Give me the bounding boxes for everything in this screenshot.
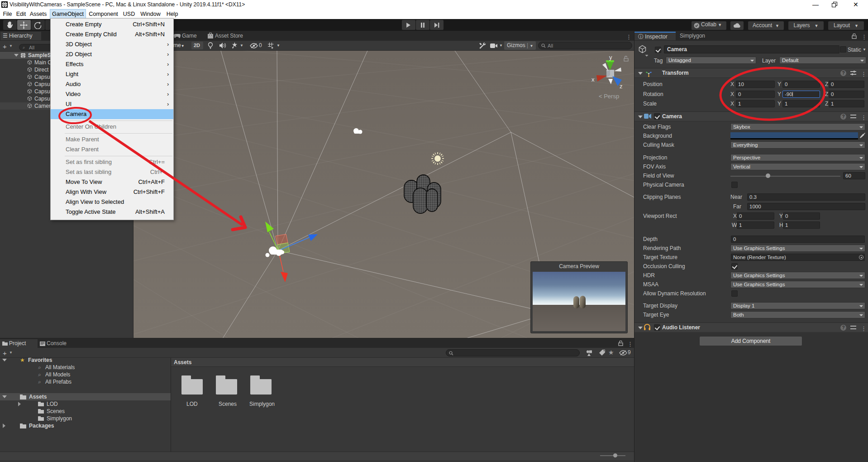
svg-text:< Persp: < Persp (599, 93, 619, 100)
svg-text:y: y (609, 54, 612, 61)
svg-text:x: x (591, 76, 595, 83)
svg-text:z: z (620, 83, 623, 90)
